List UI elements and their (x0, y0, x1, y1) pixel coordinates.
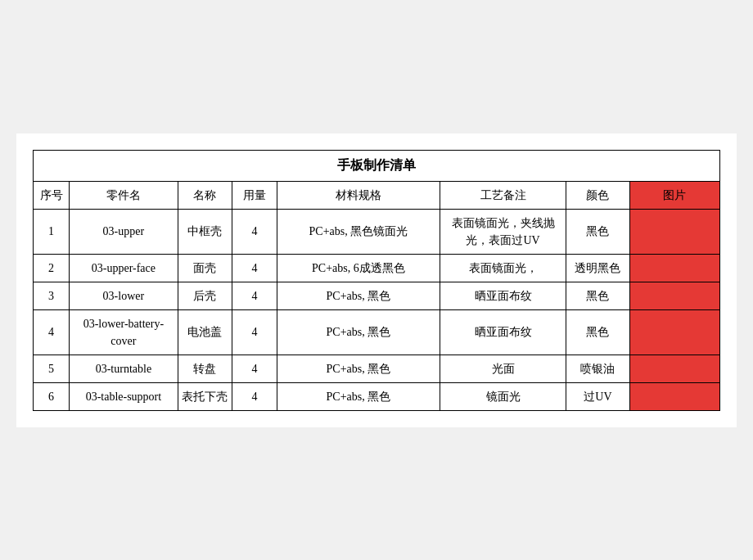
header-image: 图片 (629, 181, 719, 209)
cell-qty: 4 (232, 254, 277, 282)
table-row: 503-turntable转盘4PC+abs, 黑色光面喷银油 (34, 355, 720, 382)
cell-color: 喷银油 (566, 355, 629, 382)
main-table: 序号 零件名 名称 用量 材料规格 工艺备注 颜色 图片 103-upper中框… (33, 181, 720, 411)
header-process: 工艺备注 (440, 181, 566, 209)
cell-seq: 6 (34, 382, 70, 410)
cell-name: 表托下壳 (178, 382, 232, 410)
cell-part: 03-upper (70, 209, 178, 254)
cell-spec: PC+abs, 黑色 (277, 355, 440, 382)
cell-spec: PC+abs, 黑色 (277, 309, 440, 355)
cell-part: 03-lower-battery-cover (70, 309, 178, 355)
cell-spec: PC+abs, 黑色 (277, 282, 440, 309)
cell-image (629, 282, 719, 309)
cell-name: 面壳 (178, 254, 232, 282)
cell-process: 镜面光 (440, 382, 566, 410)
table-row: 103-upper中框壳4PC+abs, 黑色镜面光表面镜面光，夹线抛光，表面过… (34, 209, 720, 254)
cell-image (629, 382, 719, 410)
table-row: 303-lower后壳4PC+abs, 黑色晒亚面布纹黑色 (34, 282, 720, 309)
cell-qty: 4 (232, 355, 277, 382)
table-title: 手板制作清单 (33, 150, 720, 181)
cell-part: 03-table-support (70, 382, 178, 410)
page-wrapper: 手板制作清单 序号 零件名 名称 用量 材料规格 工艺备注 颜色 图片 103-… (16, 133, 737, 427)
header-color: 颜色 (566, 181, 629, 209)
cell-process: 光面 (440, 355, 566, 382)
header-row: 序号 零件名 名称 用量 材料规格 工艺备注 颜色 图片 (34, 181, 720, 209)
header-spec: 材料规格 (277, 181, 440, 209)
table-row: 603-table-support表托下壳4PC+abs, 黑色镜面光过UV (34, 382, 720, 410)
header-seq: 序号 (34, 181, 70, 209)
cell-qty: 4 (232, 209, 277, 254)
cell-spec: PC+abs, 黑色 (277, 382, 440, 410)
cell-name: 中框壳 (178, 209, 232, 254)
cell-image (629, 355, 719, 382)
cell-name: 电池盖 (178, 309, 232, 355)
cell-spec: PC+abs, 黑色镜面光 (277, 209, 440, 254)
cell-color: 过UV (566, 382, 629, 410)
cell-name: 转盘 (178, 355, 232, 382)
cell-seq: 1 (34, 209, 70, 254)
cell-qty: 4 (232, 282, 277, 309)
cell-seq: 2 (34, 254, 70, 282)
table-row: 203-upper-face面壳4PC+abs, 6成透黑色表面镜面光，透明黑色 (34, 254, 720, 282)
cell-qty: 4 (232, 309, 277, 355)
cell-process: 表面镜面光，夹线抛光，表面过UV (440, 209, 566, 254)
cell-qty: 4 (232, 382, 277, 410)
header-part: 零件名 (70, 181, 178, 209)
table-row: 403-lower-battery-cover电池盖4PC+abs, 黑色晒亚面… (34, 309, 720, 355)
header-qty: 用量 (232, 181, 277, 209)
cell-part: 03-upper-face (70, 254, 178, 282)
cell-image (629, 309, 719, 355)
cell-part: 03-lower (70, 282, 178, 309)
cell-process: 晒亚面布纹 (440, 282, 566, 309)
cell-color: 透明黑色 (566, 254, 629, 282)
cell-seq: 4 (34, 309, 70, 355)
cell-spec: PC+abs, 6成透黑色 (277, 254, 440, 282)
cell-seq: 3 (34, 282, 70, 309)
cell-part: 03-turntable (70, 355, 178, 382)
cell-name: 后壳 (178, 282, 232, 309)
header-name: 名称 (178, 181, 232, 209)
cell-color: 黑色 (566, 209, 629, 254)
cell-image (629, 209, 719, 254)
table-body: 103-upper中框壳4PC+abs, 黑色镜面光表面镜面光，夹线抛光，表面过… (34, 209, 720, 410)
cell-color: 黑色 (566, 309, 629, 355)
cell-process: 晒亚面布纹 (440, 309, 566, 355)
cell-image (629, 254, 719, 282)
cell-color: 黑色 (566, 282, 629, 309)
cell-process: 表面镜面光， (440, 254, 566, 282)
cell-seq: 5 (34, 355, 70, 382)
